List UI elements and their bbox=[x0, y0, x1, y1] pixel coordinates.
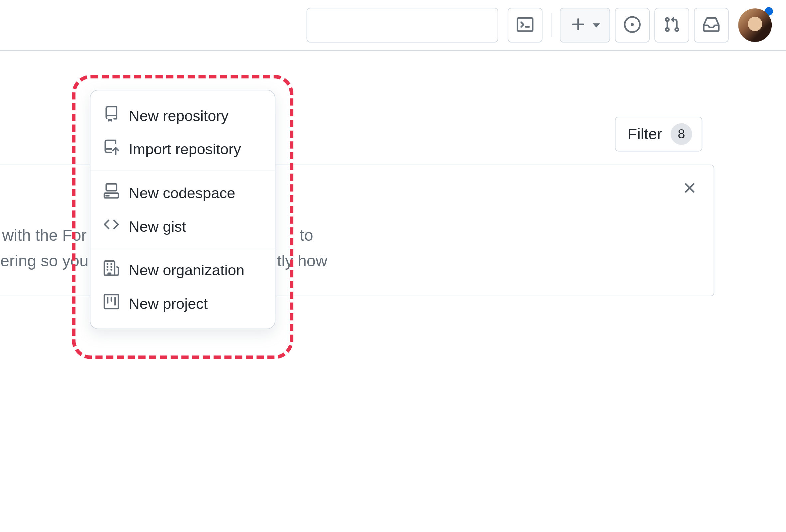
user-avatar[interactable] bbox=[738, 8, 772, 42]
create-new-menu: New repository Import repository New cod… bbox=[90, 90, 275, 329]
issues-button[interactable] bbox=[615, 8, 650, 42]
inbox-icon bbox=[703, 16, 719, 34]
separator bbox=[551, 13, 552, 37]
menu-item-label: New codespace bbox=[129, 184, 235, 201]
filter-button[interactable]: Filter 8 bbox=[615, 117, 702, 151]
pull-requests-button[interactable] bbox=[654, 8, 689, 42]
git-pull-request-icon bbox=[663, 16, 680, 34]
menu-item-label: New repository bbox=[129, 107, 229, 124]
command-palette-button[interactable] bbox=[508, 8, 542, 42]
repo-push-icon bbox=[103, 139, 119, 159]
codespaces-icon bbox=[103, 183, 119, 202]
avatar-wrapper bbox=[738, 8, 772, 42]
close-icon bbox=[681, 179, 698, 199]
search-input[interactable] bbox=[307, 8, 498, 42]
plus-icon bbox=[570, 16, 587, 34]
code-icon bbox=[103, 217, 119, 236]
app-header bbox=[0, 0, 786, 51]
menu-item-new-repository[interactable]: New repository bbox=[91, 99, 275, 132]
repo-icon bbox=[103, 106, 119, 125]
menu-item-label: New gist bbox=[129, 217, 186, 235]
menu-item-label: New project bbox=[129, 295, 208, 312]
menu-item-label: New organization bbox=[129, 261, 245, 279]
content-area: Filter 8 d with the For y to iltering so… bbox=[0, 51, 786, 75]
menu-item-new-gist[interactable]: New gist bbox=[91, 210, 275, 243]
chevron-down-icon bbox=[593, 23, 600, 27]
project-icon bbox=[103, 294, 119, 313]
menu-divider bbox=[91, 171, 275, 171]
create-new-button[interactable] bbox=[560, 8, 610, 42]
menu-item-new-project[interactable]: New project bbox=[91, 287, 275, 320]
notifications-button[interactable] bbox=[694, 8, 729, 42]
filter-label: Filter bbox=[628, 125, 662, 143]
issue-opened-icon bbox=[624, 16, 641, 34]
menu-item-import-repository[interactable]: Import repository bbox=[91, 132, 275, 166]
organization-icon bbox=[103, 260, 119, 280]
menu-item-new-organization[interactable]: New organization bbox=[91, 253, 275, 287]
menu-item-label: Import repository bbox=[129, 140, 241, 158]
filter-count-badge: 8 bbox=[671, 123, 692, 145]
close-button[interactable] bbox=[678, 177, 702, 201]
menu-divider bbox=[91, 248, 275, 248]
terminal-icon bbox=[516, 16, 533, 34]
menu-item-new-codespace[interactable]: New codespace bbox=[91, 176, 275, 210]
